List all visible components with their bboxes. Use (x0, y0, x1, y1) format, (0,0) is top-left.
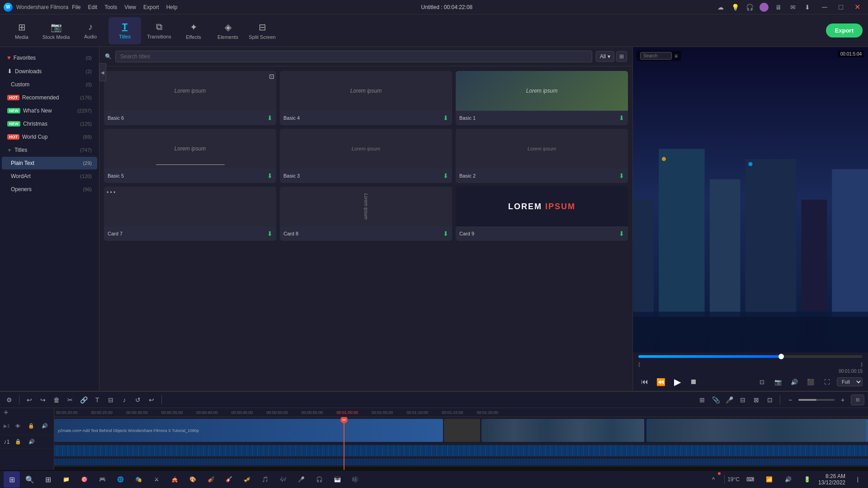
title-card-basic6[interactable]: Lorem ipsum ⊡ Basic 6 ⬇ (104, 71, 276, 125)
preview-search-input[interactable] (640, 52, 672, 60)
redo-icon[interactable]: ↪ (38, 394, 48, 405)
output-button[interactable]: ⬛ (804, 375, 817, 388)
download-card-icon[interactable]: ⬇ (443, 114, 448, 122)
filter-dropdown[interactable]: All ▾ (596, 51, 614, 62)
marker-icon[interactable]: ↩ (146, 394, 157, 405)
audio-lock-icon[interactable]: 🔒 (13, 436, 24, 447)
snap-icon[interactable]: ⊞ (697, 394, 708, 405)
download-card-icon[interactable]: ⬇ (267, 230, 273, 237)
sidebar-item-custom[interactable]: Custom (0) (2, 78, 97, 91)
preview-filter-icon[interactable]: ≡ (675, 53, 678, 59)
taskbar-app7[interactable]: 🎻 (203, 471, 219, 488)
taskbar-keyboard[interactable]: ⌨ (742, 471, 759, 488)
menu-tools[interactable]: Tools (104, 4, 117, 10)
video-clip-last[interactable] (646, 419, 868, 442)
video-clip-secondary[interactable] (481, 419, 644, 442)
title-card-card8[interactable]: Lorem ipsum Card 8 ⬇ (280, 187, 452, 241)
taskbar-app14[interactable]: 🎹 (329, 471, 345, 488)
menu-help[interactable]: Help (166, 4, 178, 10)
in-marker[interactable]: { (638, 361, 640, 367)
grid-view-toggle[interactable]: ⊞ (616, 51, 627, 62)
skip-back-button[interactable]: ⏮ (638, 375, 651, 388)
taskbar-app2[interactable]: 🎮 (94, 471, 110, 488)
minimize-button[interactable]: ─ (817, 3, 832, 12)
music-clip[interactable] (54, 459, 868, 465)
taskbar-app5[interactable]: 🎪 (166, 471, 183, 488)
title-card-basic4[interactable]: Lorem ipsum Basic 4 ⬇ (280, 71, 452, 125)
notification-tray[interactable]: ^ (705, 471, 722, 488)
volume-button[interactable]: 🔊 (788, 375, 801, 388)
taskbar-app1[interactable]: 🎯 (76, 471, 92, 488)
download-card-icon[interactable]: ⬇ (619, 114, 624, 122)
menu-file[interactable]: File (72, 4, 80, 10)
taskbar-volume[interactable]: 🔊 (780, 471, 797, 488)
sidebar-item-plaintext[interactable]: Plain Text (29) (2, 157, 97, 169)
split-icon[interactable]: ⊠ (751, 394, 762, 405)
title-card-card7[interactable]: • • • Card 7 ⬇ (104, 187, 276, 241)
menu-view[interactable]: View (124, 4, 136, 10)
stop-button[interactable]: ⏹ (687, 375, 700, 388)
play-button[interactable]: ▶ (671, 375, 684, 388)
download-card-icon[interactable]: ⬇ (443, 172, 448, 179)
screenshot-button[interactable]: 📷 (772, 375, 784, 388)
sidebar-item-christmas[interactable]: NEW Christmas (125) (2, 117, 97, 130)
toolbar-media[interactable]: ⊞ Media (5, 17, 38, 44)
download-card-icon[interactable]: ⬇ (267, 114, 273, 122)
taskbar-app9[interactable]: 🎺 (239, 471, 255, 488)
menu-edit[interactable]: Edit (88, 4, 98, 10)
sidebar-item-openers[interactable]: Openers (96) (2, 183, 97, 196)
overlay-icon[interactable]: ⊡ (764, 394, 775, 405)
equalizer-icon[interactable]: ⊟ (105, 394, 116, 405)
taskbar-app6[interactable]: 🎨 (184, 471, 201, 488)
toolbar-effects[interactable]: ✦ Effects (177, 17, 210, 44)
track-lock-icon[interactable]: 🔒 (26, 421, 37, 432)
fit-timeline-btn[interactable]: ⊟ (851, 394, 864, 405)
taskbar-network[interactable]: 📶 (761, 471, 778, 488)
download-icon[interactable]: ⬇ (803, 3, 812, 12)
taskbar-app12[interactable]: 🎤 (293, 471, 309, 488)
taskbar-app10[interactable]: 🎵 (257, 471, 273, 488)
zoom-slider[interactable] (798, 399, 835, 401)
close-button[interactable]: ✕ (850, 3, 864, 12)
audio-clip[interactable] (54, 445, 868, 456)
title-card-basic1[interactable]: Lorem ipsum Basic 1 ⬇ (456, 71, 628, 125)
text-icon[interactable]: T (92, 394, 103, 405)
download-card-icon[interactable]: ⬇ (443, 230, 448, 237)
download-card-icon[interactable]: ⬇ (619, 230, 624, 237)
video-clip-gap[interactable] (444, 419, 480, 442)
title-card-basic5[interactable]: Lorem ipsum Basic 5 ⬇ (104, 129, 276, 183)
zoom-select[interactable]: Full 75% 50% 25% (837, 377, 863, 386)
track-vol-icon[interactable]: 🔊 (39, 421, 50, 432)
sidebar-item-recommended[interactable]: HOT Recommended (176) (2, 91, 97, 104)
taskbar-app13[interactable]: 🎧 (311, 471, 327, 488)
audio-vol-icon[interactable]: 🔊 (26, 436, 37, 447)
undo-icon[interactable]: ↩ (24, 394, 35, 405)
cloud-icon[interactable]: ☁ (716, 3, 725, 12)
taskbar-search-button[interactable]: 🔍 (22, 471, 38, 488)
fit-screen-button[interactable]: ⊡ (755, 375, 768, 388)
toolbar-audio[interactable]: ♪ Audio (74, 17, 107, 44)
toolbar-titles[interactable]: T Titles (108, 17, 141, 44)
bookmark-icon[interactable]: ⊡ (269, 73, 274, 80)
sidebar-item-wordart[interactable]: WordArt (120) (2, 170, 97, 183)
bulb-icon[interactable]: 💡 (731, 3, 740, 12)
zoom-in-icon[interactable]: + (837, 394, 848, 405)
monitor-icon[interactable]: 🖥 (774, 3, 783, 12)
toolbar-elements[interactable]: ◈ Elements (212, 17, 244, 44)
download-card-icon[interactable]: ⬇ (619, 172, 624, 179)
taskbar-battery[interactable]: 🔋 (799, 471, 816, 488)
sidebar-item-titles[interactable]: ▼ Titles (747) (2, 144, 97, 156)
out-marker[interactable]: } (861, 361, 863, 367)
taskbar-app11[interactable]: 🎶 (275, 471, 291, 488)
taskbar-chrome[interactable]: 🌐 (112, 471, 128, 488)
taskbar-app3[interactable]: 🎭 (130, 471, 146, 488)
preview-timeline-bar[interactable] (638, 355, 863, 358)
video-clip-main[interactable]: y2mate.com• Add Text Behind Objects Wond… (54, 419, 443, 442)
title-card-basic2[interactable]: Lorem ipsum Basic 2 ⬇ (456, 129, 628, 183)
taskbar-app8[interactable]: 🎸 (221, 471, 237, 488)
taskbar-app15[interactable]: 🎼 (347, 471, 363, 488)
settings-icon[interactable]: ⚙ (4, 394, 14, 405)
delete-icon[interactable]: 🗑 (51, 394, 62, 405)
download-card-icon[interactable]: ⬇ (267, 172, 273, 179)
fullscreen-button[interactable]: ⛶ (821, 375, 833, 388)
